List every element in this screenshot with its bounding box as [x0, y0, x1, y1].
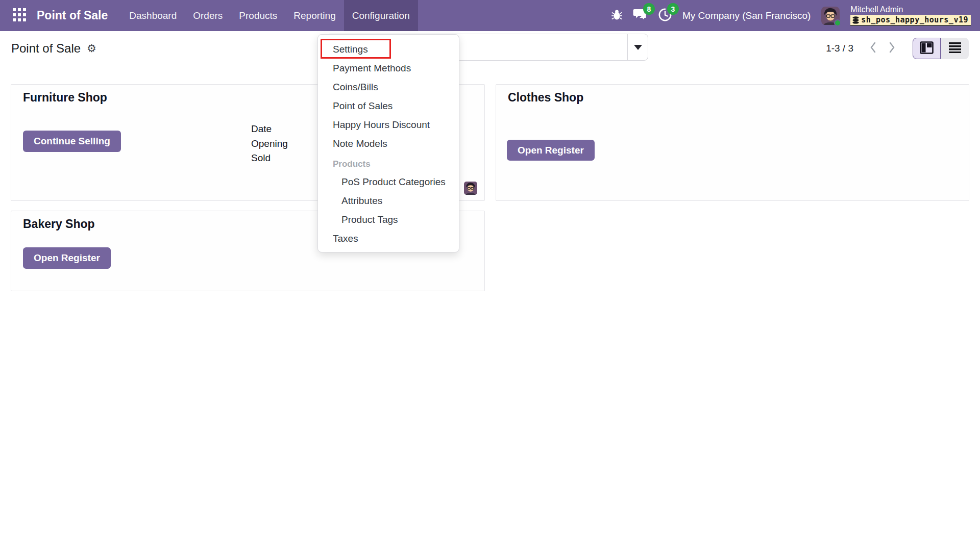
- menu-item-happy-hours-discount[interactable]: Happy Hours Discount: [318, 115, 459, 134]
- navbar-systray: 8 3 My Company (San Francisco): [611, 0, 980, 31]
- page-title: Point of Sale: [11, 41, 81, 56]
- nav-item-configuration[interactable]: Configuration: [344, 0, 418, 31]
- view-switcher: [913, 38, 969, 59]
- card-title: Furniture Shop: [23, 91, 107, 105]
- open-register-button[interactable]: Open Register: [507, 140, 595, 161]
- open-register-button[interactable]: Open Register: [23, 247, 111, 269]
- apps-menu-button[interactable]: [8, 0, 31, 31]
- company-switcher[interactable]: My Company (San Francisco): [682, 10, 811, 21]
- menu-item-note-models[interactable]: Note Models: [318, 134, 459, 153]
- menu-item-point-of-sales[interactable]: Point of Sales: [318, 96, 459, 115]
- continue-selling-button[interactable]: Continue Selling: [23, 131, 121, 152]
- user-name[interactable]: Mitchell Admin: [850, 5, 903, 14]
- search-options-toggle[interactable]: [627, 34, 648, 60]
- card-title: Clothes Shop: [508, 91, 583, 105]
- nav-item-products[interactable]: Products: [231, 0, 285, 31]
- pager-previous-button[interactable]: [864, 38, 883, 58]
- database-icon: [852, 16, 859, 24]
- configuration-dropdown-menu: Settings Payment Methods Coins/Bills Poi…: [317, 34, 459, 252]
- field-label-opening: Opening: [251, 137, 288, 151]
- menu-section-products: Products: [318, 156, 459, 172]
- field-label-date: Date: [251, 122, 288, 137]
- nav-item-dashboard[interactable]: Dashboard: [121, 0, 185, 31]
- menu-item-product-tags[interactable]: Product Tags: [318, 210, 459, 229]
- apps-grid-icon: [13, 8, 26, 23]
- menu-item-payment-methods[interactable]: Payment Methods: [318, 59, 459, 78]
- card-title: Bakery Shop: [23, 217, 95, 231]
- menu-item-attributes[interactable]: Attributes: [318, 191, 459, 210]
- pager-next-button[interactable]: [883, 38, 901, 58]
- app-brand[interactable]: Point of Sale: [37, 9, 108, 22]
- menu-item-taxes[interactable]: Taxes: [318, 229, 459, 248]
- messages-count-badge: 8: [643, 3, 655, 15]
- list-view-button[interactable]: [941, 38, 969, 59]
- user-menu[interactable]: Mitchell Admin sh_pos_happy_hours_v19: [850, 5, 971, 26]
- kanban-card-clothes-shop[interactable]: Clothes Shop Open Register: [496, 84, 969, 201]
- user-avatar[interactable]: [821, 7, 840, 25]
- breadcrumb: Point of Sale ⚙: [11, 41, 96, 56]
- nav-item-reporting[interactable]: Reporting: [285, 0, 344, 31]
- menu-item-coins-bills[interactable]: Coins/Bills: [318, 78, 459, 96]
- activities-button[interactable]: 3: [658, 8, 672, 23]
- kanban-view-icon: [920, 41, 934, 56]
- caret-down-icon: [634, 45, 642, 50]
- debug-button[interactable]: [611, 9, 622, 22]
- chevron-left-icon: [870, 41, 876, 55]
- kanban-view-button[interactable]: [913, 38, 941, 59]
- database-badge: sh_pos_happy_hours_v19: [850, 15, 971, 26]
- odoo-app-window: Point of Sale Dashboard Orders Products …: [0, 0, 980, 536]
- card-fields: Date Opening Sold: [251, 122, 288, 166]
- list-view-icon: [949, 42, 961, 55]
- online-status-dot: [834, 19, 841, 27]
- messages-button[interactable]: 8: [633, 8, 648, 23]
- bug-icon: [611, 9, 622, 22]
- field-label-sold: Sold: [251, 151, 288, 166]
- pager-value: 1-3 / 3: [826, 43, 853, 54]
- navbar-left: Point of Sale Dashboard Orders Products …: [0, 0, 418, 31]
- nav-item-orders[interactable]: Orders: [185, 0, 231, 31]
- pager-and-views: 1-3 / 3: [826, 38, 969, 59]
- top-navbar: Point of Sale Dashboard Orders Products …: [0, 0, 980, 31]
- responsible-avatar[interactable]: [464, 182, 477, 195]
- menu-item-pos-product-categories[interactable]: PoS Product Categories: [318, 172, 459, 191]
- chevron-right-icon: [889, 41, 895, 55]
- menu-item-settings[interactable]: Settings: [318, 40, 459, 59]
- gear-icon[interactable]: ⚙: [87, 43, 96, 54]
- activities-count-badge: 3: [667, 3, 679, 15]
- database-name: sh_pos_happy_hours_v19: [861, 15, 968, 25]
